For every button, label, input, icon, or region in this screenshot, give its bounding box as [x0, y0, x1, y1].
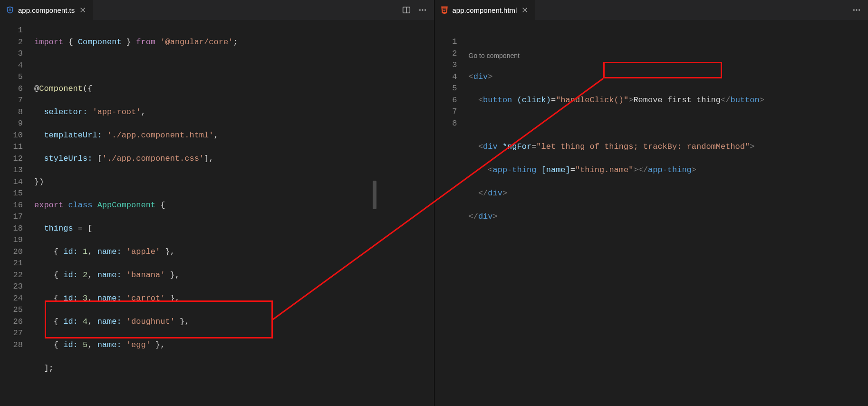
tab-filename: app.component.ts — [18, 6, 75, 14]
code-lines-left[interactable]: import { Component } from '@angular/core… — [34, 20, 434, 406]
angular-icon — [6, 6, 14, 14]
tab-filename: app.component.html — [453, 6, 517, 14]
tab-app-component-html[interactable]: app.component.html — [434, 0, 536, 20]
close-icon[interactable] — [521, 6, 529, 14]
close-icon[interactable] — [78, 6, 87, 14]
line-gutter: 1234567891011121314151617181920212223242… — [0, 20, 34, 406]
more-actions-icon[interactable] — [418, 5, 427, 15]
html5-icon — [440, 6, 449, 14]
svg-point-5 — [853, 9, 855, 10]
svg-point-4 — [424, 9, 426, 10]
code-area-left[interactable]: 1234567891011121314151617181920212223242… — [0, 20, 434, 406]
split-sash[interactable] — [373, 181, 376, 209]
tab-bar: app.component.ts — [0, 0, 434, 20]
svg-point-3 — [422, 9, 423, 10]
editor-pane-left: app.component.ts 12345678910111213141516… — [0, 0, 434, 406]
svg-point-7 — [858, 9, 860, 10]
tab-actions — [852, 5, 868, 15]
tab-bar: app.component.html — [434, 0, 868, 20]
editor-split: app.component.ts 12345678910111213141516… — [0, 0, 868, 406]
tab-app-component-ts[interactable]: app.component.ts — [0, 0, 93, 20]
split-editor-icon[interactable] — [402, 5, 411, 15]
more-actions-icon[interactable] — [852, 5, 861, 15]
tab-actions — [402, 5, 434, 15]
line-gutter: 12345678 — [434, 20, 469, 406]
codelens-go-to-component[interactable]: Go to component — [469, 50, 868, 59]
svg-point-2 — [419, 9, 420, 10]
svg-point-6 — [856, 9, 857, 10]
code-lines-right[interactable]: Go to component <div> <button (click)="h… — [469, 20, 868, 406]
code-area-right[interactable]: 12345678 Go to component <div> <button (… — [434, 20, 868, 406]
editor-pane-right: app.component.html 12345678 Go to compon… — [434, 0, 868, 406]
